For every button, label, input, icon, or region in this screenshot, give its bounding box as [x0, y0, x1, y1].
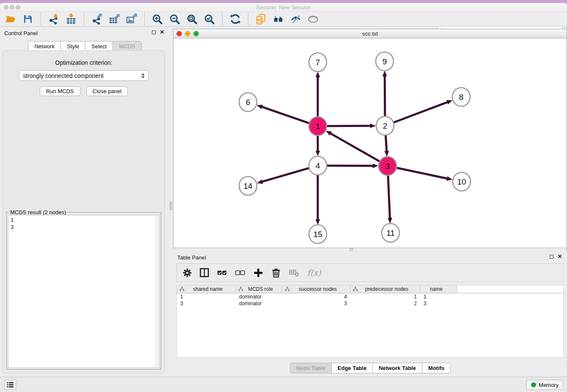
- vertical-splitter[interactable]: [169, 27, 173, 377]
- dropdown-value: strongly connected component: [23, 72, 104, 79]
- table-panel-title: Table Panel: [177, 254, 206, 261]
- toolbar-separator: [41, 13, 41, 25]
- node-14[interactable]: 14: [239, 177, 257, 195]
- memory-button[interactable]: Memory: [526, 380, 563, 390]
- node-3[interactable]: 3: [379, 157, 396, 175]
- zoom-selected-icon[interactable]: [204, 14, 215, 25]
- tab-network[interactable]: Network: [28, 41, 61, 51]
- table-row[interactable]: 3 dominator 3 2 3: [177, 300, 563, 307]
- zoom-in-icon[interactable]: [152, 14, 163, 25]
- open-session-icon[interactable]: [5, 14, 16, 25]
- edge-3-1[interactable]: [330, 133, 379, 161]
- column-header-successor-nodes[interactable]: successor nodes: [282, 285, 350, 293]
- task-history-button[interactable]: [4, 380, 16, 390]
- tree-icon: [238, 287, 243, 292]
- network-canvas[interactable]: 1234678910111415: [173, 39, 567, 248]
- node-11[interactable]: 11: [382, 224, 399, 242]
- node-10[interactable]: 10: [453, 172, 471, 191]
- import-table-icon[interactable]: [66, 14, 77, 25]
- tab-select[interactable]: Select: [85, 41, 113, 51]
- float-panel-icon[interactable]: [152, 30, 156, 34]
- tab-mcds[interactable]: MCDS: [113, 41, 141, 51]
- edge-1-2[interactable]: [327, 126, 370, 126]
- svg-text:7: 7: [316, 58, 320, 67]
- column-header-shared-name[interactable]: shared name: [177, 285, 236, 293]
- node-1[interactable]: 1: [309, 117, 327, 135]
- node-4[interactable]: 4: [309, 156, 327, 175]
- select-all-icon[interactable]: [217, 268, 227, 277]
- node-6[interactable]: 6: [239, 93, 257, 111]
- table-tabs: Node Table Edge Table Network Table Moti…: [173, 363, 567, 373]
- delete-column-icon[interactable]: [271, 268, 281, 278]
- node-9[interactable]: 9: [376, 52, 394, 71]
- export-network-icon[interactable]: [91, 14, 102, 25]
- edges: [262, 76, 447, 219]
- tab-style[interactable]: Style: [61, 41, 85, 51]
- optimization-criterion-label: Optimization criterion:: [3, 59, 165, 66]
- column-header-name[interactable]: name: [420, 285, 457, 293]
- mcds-result-group: MCDS result (2 nodes) 1 3: [6, 209, 161, 370]
- list-icon: [6, 381, 14, 388]
- column-header-mcds-role[interactable]: MCDS role: [236, 285, 282, 293]
- run-mcds-button[interactable]: Run MCDS: [40, 86, 80, 96]
- delete-table-icon[interactable]: [289, 268, 299, 277]
- table-toolbar: f(x): [176, 263, 564, 282]
- tab-edge-table[interactable]: Edge Table: [331, 363, 373, 373]
- svg-text:11: 11: [386, 229, 395, 237]
- edge-3-11[interactable]: [388, 175, 390, 218]
- titlebar: Session: New Session: [0, 3, 567, 12]
- show-columns-icon[interactable]: [200, 268, 209, 277]
- horizontal-splitter-handle[interactable]: [350, 248, 353, 251]
- memory-status-icon: [531, 382, 536, 387]
- column-settings-icon[interactable]: [183, 268, 192, 277]
- mcds-result-text[interactable]: 1 3: [8, 215, 160, 368]
- control-panel: Control Panel × Network Style Select MCD…: [0, 27, 169, 377]
- first-neighbors-icon[interactable]: [273, 14, 284, 25]
- node-15[interactable]: 15: [309, 225, 327, 243]
- svg-text:15: 15: [313, 230, 322, 239]
- export-table-icon[interactable]: [109, 14, 120, 25]
- splitter-handle[interactable]: [170, 201, 172, 210]
- function-builder-icon[interactable]: f(x): [307, 268, 321, 277]
- import-network-icon[interactable]: [48, 14, 59, 25]
- export-image-icon[interactable]: [126, 14, 137, 25]
- node-7[interactable]: 7: [309, 53, 327, 72]
- close-panel-button[interactable]: Close panel: [86, 86, 128, 96]
- tab-node-table[interactable]: Node Table: [290, 363, 332, 373]
- tab-motifs[interactable]: Motifs: [422, 363, 451, 373]
- node-8[interactable]: 8: [452, 88, 470, 106]
- edge-4-14[interactable]: [262, 168, 309, 182]
- save-session-icon[interactable]: [22, 14, 33, 25]
- create-column-icon[interactable]: [253, 268, 263, 278]
- edge-4-3[interactable]: [327, 166, 373, 166]
- table-panel: Table Panel ×: [173, 251, 567, 377]
- edge-2-8[interactable]: [394, 102, 448, 122]
- table-row[interactable]: 1 dominator 4 1 1: [177, 293, 563, 300]
- apply-layout-icon[interactable]: [230, 14, 241, 25]
- tree-icon: [353, 287, 358, 292]
- optimization-criterion-select[interactable]: strongly connected component: [19, 70, 149, 81]
- duplicate-network-icon[interactable]: [256, 14, 267, 25]
- edge-2-9[interactable]: [385, 76, 385, 116]
- float-table-panel-icon[interactable]: [550, 255, 553, 259]
- hide-selected-icon[interactable]: [290, 14, 301, 25]
- edge-3-10[interactable]: [397, 168, 447, 179]
- node-2[interactable]: 2: [376, 116, 394, 135]
- svg-text:3: 3: [385, 162, 390, 171]
- toolbar-separator: [144, 13, 145, 25]
- mcds-result-title: MCDS result (2 nodes): [9, 209, 67, 215]
- edge-1-6[interactable]: [262, 107, 309, 123]
- result-scrollbar[interactable]: [155, 215, 159, 367]
- edge-2-3[interactable]: [385, 135, 386, 151]
- zoom-fit-icon[interactable]: [187, 14, 198, 25]
- zoom-out-icon[interactable]: [169, 14, 180, 25]
- column-header-predecessor-nodes[interactable]: predecessor nodes: [350, 285, 420, 293]
- close-panel-icon[interactable]: ×: [160, 30, 164, 34]
- session-title: Session: New Session: [0, 4, 567, 11]
- close-table-panel-icon[interactable]: ×: [558, 254, 562, 259]
- show-all-icon[interactable]: [308, 14, 319, 25]
- deselect-all-icon[interactable]: [235, 268, 245, 277]
- svg-text:9: 9: [383, 57, 387, 66]
- tab-network-table[interactable]: Network Table: [372, 363, 422, 373]
- svg-text:1: 1: [316, 122, 320, 131]
